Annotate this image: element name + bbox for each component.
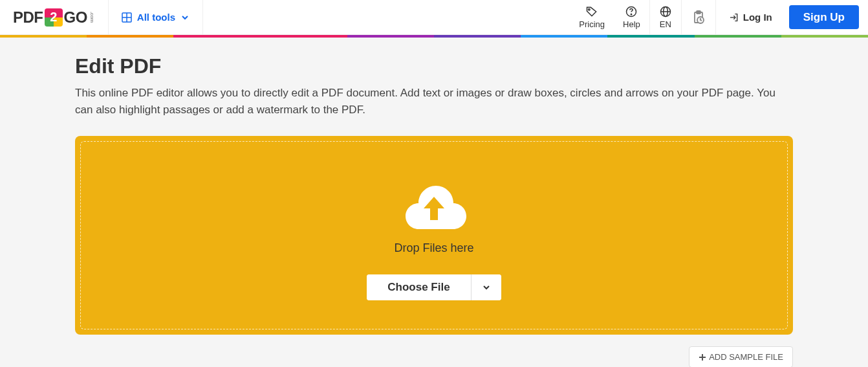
add-sample-file-label: ADD SAMPLE FILE [709, 352, 783, 362]
login-icon [729, 12, 739, 23]
logo-dotcom: .com [89, 12, 95, 23]
logo-square-icon [45, 8, 63, 27]
dropzone[interactable]: Drop Files here Choose File [75, 136, 793, 335]
chevron-down-icon [482, 283, 491, 292]
svg-point-5 [631, 14, 632, 15]
choose-file-button[interactable]: Choose File [367, 274, 470, 300]
plus-icon [699, 353, 706, 361]
nav-help-label: Help [623, 19, 640, 29]
header: PDF GO .com All tools Pricing Help EN Lo… [0, 0, 868, 35]
tag-icon [585, 5, 598, 18]
logo-text-pdf: PDF [13, 8, 43, 27]
chevron-down-icon [180, 13, 190, 22]
cloud-upload-icon [398, 181, 470, 232]
page-title: Edit PDF [75, 54, 793, 78]
login-button[interactable]: Log In [716, 0, 785, 34]
login-label: Log In [743, 12, 772, 23]
grid-icon [122, 12, 132, 23]
signup-button[interactable]: Sign Up [789, 5, 859, 29]
add-sample-file-button[interactable]: ADD SAMPLE FILE [689, 346, 793, 367]
all-tools-label: All tools [137, 12, 175, 23]
logo-text-go: GO [64, 8, 87, 27]
globe-icon [659, 5, 672, 18]
dropzone-inner: Drop Files here Choose File [80, 141, 788, 329]
drop-text: Drop Files here [394, 241, 473, 255]
main-content: Edit PDF This online PDF editor allows y… [75, 38, 793, 367]
clipboard-history-icon [691, 10, 706, 25]
logo[interactable]: PDF GO .com [0, 0, 109, 34]
rainbow-divider [0, 35, 868, 38]
nav-help[interactable]: Help [614, 0, 650, 34]
svg-point-3 [589, 8, 591, 10]
nav-pricing[interactable]: Pricing [570, 0, 614, 34]
nav-language[interactable]: EN [650, 0, 682, 34]
all-tools-menu[interactable]: All tools [109, 0, 203, 34]
nav-history[interactable] [682, 0, 716, 34]
choose-file-group: Choose File [367, 274, 501, 300]
signup-label: Sign Up [803, 11, 845, 24]
nav-language-label: EN [660, 19, 671, 29]
choose-file-dropdown[interactable] [471, 274, 501, 300]
nav-pricing-label: Pricing [579, 19, 605, 29]
help-icon [625, 5, 638, 18]
spacer [203, 0, 570, 34]
sample-row: ADD SAMPLE FILE [75, 346, 793, 367]
page-subtitle: This online PDF editor allows you to dir… [75, 85, 793, 118]
